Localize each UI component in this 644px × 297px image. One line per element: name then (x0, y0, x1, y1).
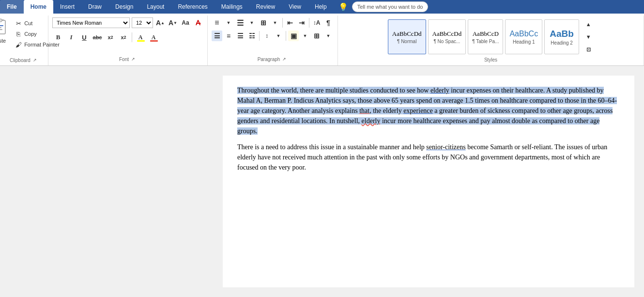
tab-draw[interactable]: Draw (81, 0, 108, 14)
style-heading2[interactable]: AaBb Heading 2 (544, 19, 579, 54)
styles-group: AaBbCcDd ¶ Normal AaBbCcDd ¶ No Spac... … (338, 16, 644, 65)
font-group: Times New Roman 12 A▲ A▼ Aa A̶ B I U abc (48, 16, 208, 65)
numbering-expand[interactable]: ▼ (246, 17, 257, 28)
tab-file[interactable]: File (0, 0, 24, 14)
shading-expand[interactable]: ▼ (300, 31, 310, 41)
font-separator (132, 32, 132, 42)
text-highlight-button[interactable]: A (135, 31, 146, 43)
font-row2: B I U abc x2 x2 A A (52, 31, 203, 43)
para-sep4 (286, 31, 286, 41)
font-color-button[interactable]: A (148, 31, 159, 43)
tab-view[interactable]: View (282, 0, 308, 14)
tab-references[interactable]: References (171, 0, 214, 14)
tab-mailings[interactable]: Mailings (215, 0, 249, 14)
svg-rect-4 (0, 27, 1, 28)
clear-formatting-button[interactable]: A̶ (193, 17, 203, 28)
line-spacing-button[interactable]: ↕ (261, 31, 272, 41)
tab-review[interactable]: Review (249, 0, 282, 14)
para-sep2 (309, 18, 309, 28)
ribbon: Paste ✂ Cut ⎘ Copy 🖌 Format Painter (0, 14, 644, 66)
line-spacing-expand[interactable]: ▼ (273, 31, 284, 41)
sort-button[interactable]: ↕A (311, 17, 322, 28)
bullets-expand[interactable]: ▼ (223, 17, 234, 28)
font-grow-button[interactable]: A▲ (155, 17, 166, 28)
style-normal-label: ¶ Normal (397, 39, 416, 44)
para-sep3 (259, 31, 260, 41)
paragraph-expand-icon[interactable]: ↗ (281, 56, 288, 63)
styles-expand-gallery[interactable]: ⊡ (583, 44, 594, 55)
bold-button[interactable]: B (52, 31, 64, 43)
paragraph-label: Paragraph ↗ (212, 56, 334, 63)
document-area: Throughout the world, there are multiple… (0, 66, 644, 297)
styles-scroll-up[interactable]: ▲ (583, 19, 594, 30)
superscript-button[interactable]: x2 (118, 31, 129, 43)
font-case-button[interactable]: Aa (180, 17, 191, 28)
align-center-button[interactable]: ≡ (223, 31, 234, 41)
borders-expand[interactable]: ▼ (323, 31, 334, 41)
tab-help[interactable]: Help (308, 0, 334, 14)
font-family-select[interactable]: Times New Roman (52, 17, 130, 28)
multilevel-button[interactable]: ⊞ (258, 17, 269, 28)
scissors-icon: ✂ (15, 19, 22, 27)
paste-icon (0, 18, 8, 38)
style-normal-preview: AaBbCcDd (392, 30, 422, 38)
align-left-button[interactable]: ☰ (212, 31, 222, 41)
tab-home[interactable]: Home (24, 0, 53, 14)
doc-content[interactable]: Throughout the world, there are multiple… (223, 66, 644, 297)
font-size-select[interactable]: 12 (132, 17, 153, 28)
style-table-pa-preview: AaBbCcD (473, 30, 499, 38)
svg-rect-2 (0, 19, 2, 22)
tell-me-box[interactable]: Tell me what you want to do (352, 1, 429, 12)
style-heading2-preview: AaBb (550, 29, 574, 39)
style-no-space-preview: AaBbCcDd (432, 30, 462, 38)
clipboard-label: Clipboard ↗ (3, 57, 45, 64)
paragraph-2: There is a need to address this issue in… (237, 142, 620, 172)
font-expand-icon[interactable]: ↗ (130, 56, 137, 63)
svg-rect-5 (0, 29, 2, 30)
align-right-button[interactable]: ☰ (235, 31, 245, 41)
clipboard-expand-icon[interactable]: ↗ (31, 57, 38, 63)
styles-scroll-down[interactable]: ▼ (583, 31, 594, 42)
styles-label: Styles (342, 57, 640, 63)
tell-me-text: Tell me what you want to do (357, 4, 423, 10)
increase-indent-button[interactable]: ⇥ (296, 17, 307, 28)
style-no-space[interactable]: AaBbCcDd ¶ No Spac... (428, 19, 466, 54)
copy-label: Copy (24, 31, 37, 37)
tab-design[interactable]: Design (108, 0, 140, 14)
experience-link: experience (403, 107, 433, 114)
style-heading2-label: Heading 2 (551, 40, 573, 46)
strikethrough-button[interactable]: abc (92, 31, 103, 43)
shading-button[interactable]: ▣ (288, 31, 299, 41)
copy-icon: ⎘ (15, 30, 22, 38)
decrease-indent-button[interactable]: ⇤ (285, 17, 295, 28)
para-row1: ≡ ▼ ☰ ▼ ⊞ ▼ ⇤ ⇥ ↕A ¶ (212, 17, 334, 28)
italic-button[interactable]: I (65, 31, 77, 43)
justify-button[interactable]: ☷ (246, 31, 257, 41)
style-table-pa[interactable]: AaBbCcD ¶ Table Pa... (468, 19, 503, 54)
clipboard-group: Paste ✂ Cut ⎘ Copy 🖌 Format Painter (0, 16, 48, 65)
style-heading1[interactable]: AaBbCc Heading 1 (505, 19, 542, 54)
show-hide-button[interactable]: ¶ (323, 17, 334, 28)
style-heading1-label: Heading 1 (513, 39, 535, 45)
borders-button[interactable]: ⊞ (311, 31, 322, 41)
subscript-button[interactable]: x2 (105, 31, 116, 43)
para-row2: ☰ ≡ ☰ ☷ ↕ ▼ ▣ ▼ ⊞ ▼ (212, 31, 334, 41)
bullets-button[interactable]: ≡ (212, 17, 222, 28)
numbering-button[interactable]: ☰ (235, 17, 245, 28)
that-word: that (359, 107, 369, 114)
tab-insert[interactable]: Insert (53, 0, 81, 14)
font-row1: Times New Roman 12 A▲ A▼ Aa A̶ (52, 17, 203, 28)
elderly-link-1: elderly (430, 87, 449, 94)
paragraph-group: ≡ ▼ ☰ ▼ ⊞ ▼ ⇤ ⇥ ↕A ¶ ☰ ≡ ☰ (208, 16, 338, 65)
font-shrink-button[interactable]: A▼ (168, 17, 178, 28)
multilevel-expand[interactable]: ▼ (270, 17, 280, 28)
ribbon-container: File Home Insert Draw Design Layout Refe… (0, 0, 644, 66)
tab-layout[interactable]: Layout (140, 0, 171, 14)
paragraph-1: Throughout the world, there are multiple… (237, 85, 620, 136)
paste-button[interactable]: Paste (0, 16, 12, 46)
style-heading1-preview: AaBbCc (509, 30, 538, 38)
underline-button[interactable]: U (78, 31, 90, 43)
format-painter-icon: 🖌 (15, 41, 22, 48)
style-normal[interactable]: AaBbCcDd ¶ Normal (388, 19, 426, 54)
doc-page: Throughout the world, there are multiple… (223, 76, 634, 287)
